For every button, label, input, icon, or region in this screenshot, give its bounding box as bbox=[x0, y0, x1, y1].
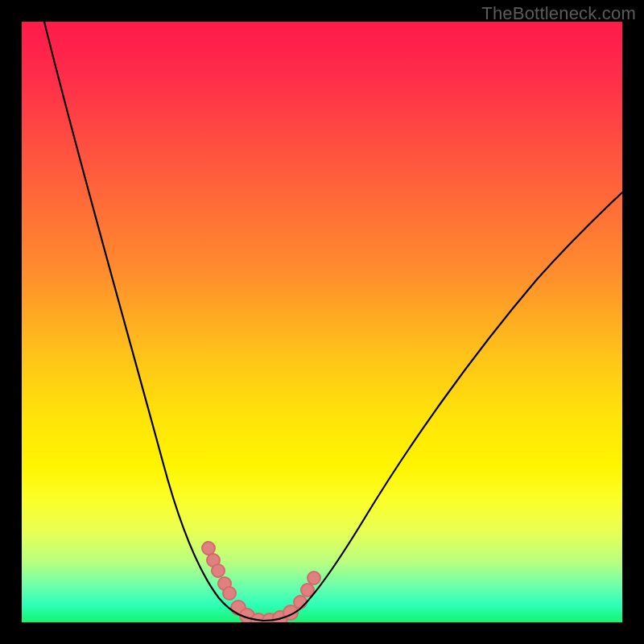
chart-plot-area bbox=[22, 22, 622, 622]
watermark-text: TheBottleneck.com bbox=[481, 3, 636, 24]
bottleneck-curve bbox=[22, 22, 622, 622]
svg-point-13 bbox=[308, 572, 320, 584]
valley-markers bbox=[202, 542, 320, 622]
curve-path bbox=[44, 22, 622, 621]
svg-point-4 bbox=[223, 587, 236, 600]
chart-frame: TheBottleneck.com bbox=[0, 0, 644, 644]
svg-point-0 bbox=[202, 542, 215, 555]
svg-point-11 bbox=[294, 596, 307, 609]
svg-point-2 bbox=[212, 564, 225, 577]
